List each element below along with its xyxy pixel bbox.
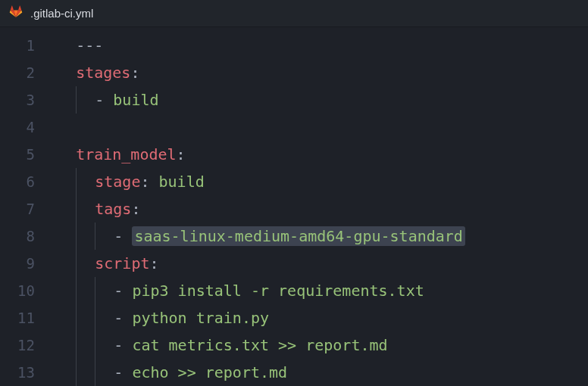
indent-guide bbox=[95, 223, 95, 250]
indent-guide bbox=[76, 332, 77, 359]
yaml-doc-start: --- bbox=[76, 36, 103, 54]
line-number-gutter: 1 2 3 4 5 6 7 8 9 10 11 12 13 bbox=[0, 32, 48, 386]
yaml-dash: - bbox=[114, 363, 132, 381]
code-line: train_model: bbox=[48, 141, 588, 168]
yaml-colon: : bbox=[130, 64, 139, 82]
yaml-colon: : bbox=[140, 173, 158, 191]
code-content[interactable]: --- stages: - build train_model: stage: … bbox=[48, 32, 588, 386]
code-line: --- bbox=[48, 32, 588, 59]
yaml-value: build bbox=[113, 91, 158, 109]
indent-guide bbox=[76, 277, 77, 304]
code-line: - cat metrics.txt >> report.md bbox=[48, 332, 588, 359]
yaml-dash: - bbox=[114, 309, 132, 327]
indent-guide bbox=[95, 304, 95, 332]
line-number: 13 bbox=[0, 359, 35, 386]
line-number: 6 bbox=[0, 168, 35, 195]
line-number: 11 bbox=[0, 304, 35, 332]
line-number: 9 bbox=[0, 250, 35, 277]
code-line: - saas-linux-medium-amd64-gpu-standard bbox=[48, 223, 588, 250]
gitlab-icon bbox=[9, 5, 30, 23]
line-number: 10 bbox=[0, 277, 35, 304]
yaml-value: pip3 install -r requirements.txt bbox=[132, 282, 424, 300]
code-line: - pip3 install -r requirements.txt bbox=[48, 277, 588, 304]
yaml-value: cat metrics.txt >> report.md bbox=[132, 336, 387, 354]
code-line bbox=[48, 114, 588, 141]
line-number: 3 bbox=[0, 86, 35, 114]
indent-guide bbox=[76, 359, 77, 386]
yaml-key: stage bbox=[95, 173, 140, 191]
yaml-colon: : bbox=[177, 145, 186, 163]
line-number: 2 bbox=[0, 59, 35, 86]
line-number: 7 bbox=[0, 195, 35, 223]
indent-guide bbox=[76, 168, 77, 195]
tab-filename[interactable]: .gitlab-ci.yml bbox=[30, 7, 93, 20]
yaml-dash: - bbox=[114, 336, 132, 354]
indent-guide bbox=[76, 195, 77, 223]
code-line: - build bbox=[48, 86, 588, 114]
indent-guide bbox=[76, 304, 77, 332]
yaml-dash: - bbox=[95, 91, 113, 109]
indent-guide bbox=[95, 332, 95, 359]
code-line: tags: bbox=[48, 195, 588, 223]
indent-guide bbox=[95, 277, 95, 304]
line-number: 4 bbox=[0, 114, 35, 141]
code-line: stage: build bbox=[48, 168, 588, 195]
yaml-key: script bbox=[95, 254, 149, 272]
yaml-key: tags bbox=[95, 200, 131, 218]
yaml-dash: - bbox=[114, 282, 132, 300]
yaml-colon: : bbox=[131, 200, 140, 218]
line-number: 8 bbox=[0, 223, 35, 250]
yaml-value: echo >> report.md bbox=[132, 363, 287, 381]
code-editor[interactable]: 1 2 3 4 5 6 7 8 9 10 11 12 13 --- stages… bbox=[0, 27, 588, 386]
line-number: 12 bbox=[0, 332, 35, 359]
yaml-key: stages bbox=[76, 64, 130, 82]
indent-guide bbox=[95, 359, 95, 386]
tab-bar: .gitlab-ci.yml bbox=[0, 0, 588, 27]
yaml-value: python train.py bbox=[132, 309, 269, 327]
indent-guide bbox=[76, 250, 77, 277]
code-line: - echo >> report.md bbox=[48, 359, 588, 386]
line-number: 1 bbox=[0, 32, 35, 59]
code-line: script: bbox=[48, 250, 588, 277]
yaml-dash: - bbox=[114, 227, 132, 245]
line-number: 5 bbox=[0, 141, 35, 168]
indent-guide bbox=[76, 86, 77, 114]
yaml-key: train_model bbox=[76, 145, 176, 163]
yaml-colon: : bbox=[149, 254, 158, 272]
code-line: stages: bbox=[48, 59, 588, 86]
indent-guide bbox=[76, 223, 77, 250]
yaml-value-highlighted: saas-linux-medium-amd64-gpu-standard bbox=[132, 226, 464, 246]
yaml-value: build bbox=[159, 173, 205, 191]
code-line: - python train.py bbox=[48, 304, 588, 332]
